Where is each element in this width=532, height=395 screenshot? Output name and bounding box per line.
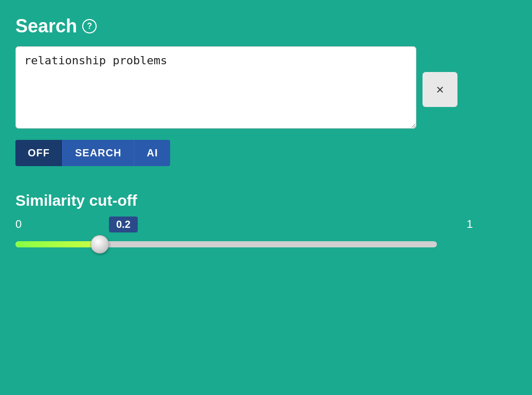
page-title: Search [15,15,77,37]
slider-labels-row: 0 0.2 1 [15,218,473,231]
clear-button[interactable]: × [423,72,457,107]
mode-search-button[interactable]: SEARCH [62,140,134,166]
main-container: Search ? relationship problems × OFF SEA… [0,0,488,269]
search-textarea[interactable]: relationship problems [15,46,416,129]
help-icon[interactable]: ? [82,19,97,33]
mode-off-button[interactable]: OFF [15,140,62,166]
mode-ai-button[interactable]: AI [134,140,170,166]
similarity-section: Similarity cut-off 0 0.2 1 [15,192,473,254]
slider-container [15,235,437,254]
search-input-row: relationship problems × [15,46,473,129]
slider-value-bubble: 0.2 [109,217,138,232]
similarity-title: Similarity cut-off [15,192,473,209]
search-title-row: Search ? [15,15,473,37]
clear-icon: × [436,82,444,98]
slider-max-label: 1 [467,218,473,231]
slider-min-label: 0 [15,218,22,231]
mode-buttons: OFF SEARCH AI [15,140,473,166]
